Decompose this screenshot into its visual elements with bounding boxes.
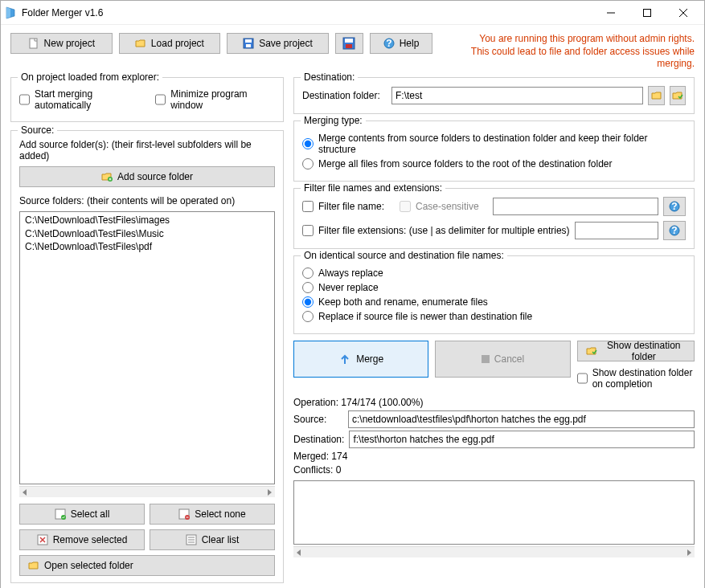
log-scrollbar[interactable] <box>293 546 695 557</box>
window-title: Folder Merger v1.6 <box>22 7 592 18</box>
svg-text:?: ? <box>671 225 677 236</box>
save-project-label: Save project <box>259 38 313 49</box>
new-file-icon <box>28 38 39 49</box>
filter-name-input[interactable] <box>493 198 658 215</box>
load-project-label: Load project <box>151 38 204 49</box>
never-replace-radio[interactable]: Never replace <box>302 282 686 293</box>
source-list-hint: Source folders: (their contents will be … <box>19 195 275 206</box>
maximize-button[interactable] <box>629 2 665 24</box>
disk-icon <box>342 37 355 50</box>
case-sensitive-checkbox[interactable]: Case-sensitive <box>400 201 488 212</box>
explorer-group-title: On project loaded from explorer: <box>18 71 162 83</box>
replace-if-newer-radio[interactable]: Replace if source file is newer than des… <box>302 311 686 322</box>
save-icon <box>243 38 254 49</box>
svg-marker-1 <box>6 7 10 18</box>
merge-button[interactable]: Merge <box>293 341 428 378</box>
select-all-icon <box>55 508 66 520</box>
folder-open-icon <box>586 345 597 357</box>
merge-to-root-radio[interactable]: Merge all files from source folders to t… <box>302 158 686 169</box>
cancel-button[interactable]: Cancel <box>435 341 570 378</box>
status-dest-input <box>349 431 695 448</box>
save-project-button[interactable]: Save project <box>227 33 329 54</box>
open-destination-button[interactable] <box>670 86 686 105</box>
minimize-window-checkbox[interactable]: Minimize program window <box>155 88 275 111</box>
identical-names-group: On identical source and destination file… <box>293 255 695 334</box>
merged-count: Merged: 174 <box>293 451 695 462</box>
filter-group-title: Filter file names and extensions: <box>301 182 445 194</box>
always-replace-label: Always replace <box>318 267 383 279</box>
filter-ext-input[interactable] <box>575 222 658 239</box>
load-project-button[interactable]: Load project <box>119 33 221 54</box>
filter-name-label: Filter file name: <box>318 201 384 212</box>
keep-both-label: Keep both and rename, enumerate files <box>318 296 488 308</box>
warning-line1: You are running this program without adm… <box>439 33 695 46</box>
titlebar: Folder Merger v1.6 <box>1 1 704 25</box>
filter-filename-checkbox[interactable]: Filter file name: <box>302 201 395 212</box>
remove-icon <box>37 534 48 545</box>
minimize-label: Minimize program window <box>170 88 275 111</box>
add-source-folder-button[interactable]: Add source folder <box>19 166 275 187</box>
stop-icon <box>482 355 490 363</box>
close-button[interactable] <box>665 2 701 24</box>
source-group: Source: Add source folder(s): (their fir… <box>10 130 284 583</box>
admin-warning: You are running this program without adm… <box>439 33 695 71</box>
list-item[interactable]: C:\NetDownload\TestFiles\pdf <box>25 240 269 254</box>
show-on-complete-label: Show destination folder on completion <box>592 367 695 390</box>
merge-keep-structure-radio[interactable]: Merge contents from source folders to de… <box>302 133 686 155</box>
new-project-label: New project <box>44 38 95 49</box>
source-folders-listbox[interactable]: C:\NetDownload\TestFiles\images C:\NetDo… <box>19 211 275 484</box>
minimize-button[interactable] <box>592 2 629 24</box>
always-replace-radio[interactable]: Always replace <box>302 267 686 279</box>
svg-rect-8 <box>245 39 252 43</box>
replace-newer-label: Replace if source file is newer than des… <box>318 311 532 322</box>
add-source-label: Add source folder <box>117 171 193 182</box>
destination-folder-label: Destination folder: <box>302 90 387 101</box>
quick-save-button[interactable] <box>335 33 363 54</box>
svg-text:?: ? <box>671 201 677 212</box>
svg-rect-11 <box>345 39 353 43</box>
svg-rect-6 <box>30 39 37 48</box>
help-icon: ? <box>669 201 680 212</box>
keep-both-radio[interactable]: Keep both and rename, enumerate files <box>302 296 686 308</box>
status-source-label: Source: <box>293 414 343 425</box>
app-icon <box>4 6 17 19</box>
log-output[interactable] <box>293 480 695 545</box>
help-icon: ? <box>383 38 395 49</box>
merging-type-group: Merging type: Merge contents from source… <box>293 120 695 182</box>
destination-group: Destination: Destination folder: <box>293 77 695 114</box>
show-destination-button[interactable]: Show destination folder <box>577 341 695 361</box>
merge-keep-label: Merge contents from source folders to de… <box>318 133 686 155</box>
new-project-button[interactable]: New project <box>10 33 113 54</box>
open-selected-folder-button[interactable]: Open selected folder <box>19 555 275 576</box>
identical-group-title: On identical source and destination file… <box>301 250 507 261</box>
add-source-hint: Add source folder(s): (their first-level… <box>19 139 275 161</box>
remove-selected-label: Remove selected <box>53 534 128 545</box>
select-none-label: Select none <box>195 508 245 520</box>
svg-text:?: ? <box>386 38 391 49</box>
start-merging-auto-checkbox[interactable]: Start merging automatically <box>19 88 144 111</box>
filter-name-help-button[interactable]: ? <box>663 197 686 216</box>
clear-list-button[interactable]: Clear list <box>150 529 275 550</box>
help-label: Help <box>400 38 420 49</box>
folder-check-icon <box>672 90 683 101</box>
svg-rect-34 <box>482 355 490 363</box>
status-area: Operation: 174/174 (100.00%) Source: Des… <box>293 397 695 557</box>
filter-ext-help-button[interactable]: ? <box>663 221 686 240</box>
browse-destination-button[interactable] <box>648 86 664 105</box>
folder-icon <box>651 90 662 101</box>
list-item[interactable]: C:\NetDownload\TestFiles\Music <box>25 227 269 241</box>
list-item[interactable]: C:\NetDownload\TestFiles\images <box>25 214 269 227</box>
show-dest-on-complete-checkbox[interactable]: Show destination folder on completion <box>577 367 695 390</box>
warning-line2: This could lead to file and folder acces… <box>439 46 695 71</box>
select-all-button[interactable]: Select all <box>19 504 145 525</box>
status-dest-label: Destination: <box>293 434 344 445</box>
select-none-icon <box>178 508 190 520</box>
svg-rect-12 <box>346 44 352 48</box>
conflicts-count: Conflicts: 0 <box>293 464 695 476</box>
filter-extensions-checkbox[interactable]: Filter file extensions: (use | as delimi… <box>302 225 570 236</box>
remove-selected-button[interactable]: Remove selected <box>19 529 145 550</box>
destination-folder-input[interactable] <box>391 87 643 104</box>
help-button[interactable]: ? Help <box>370 33 432 54</box>
list-scrollbar[interactable] <box>19 486 275 497</box>
select-none-button[interactable]: Select none <box>150 504 275 525</box>
